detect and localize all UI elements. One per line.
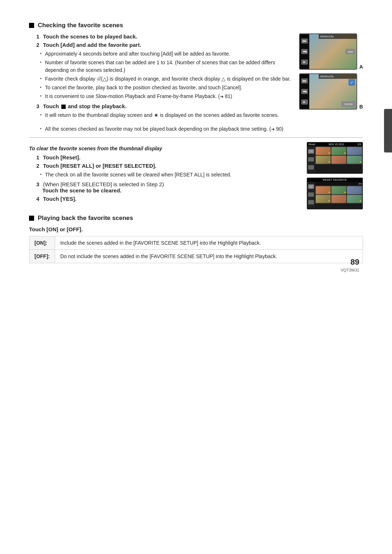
side-tab: [384, 109, 392, 152]
cam-btn-rw: ◀◀: [301, 49, 308, 54]
final-bullets: All the scenes checked as favorite may n…: [29, 125, 363, 133]
bullet-item: To cancel the favorite, play back to the…: [40, 84, 292, 91]
step3b-bold: Touch the scene to be cleared.: [42, 187, 122, 194]
thumb: [316, 195, 331, 203]
playing-subtext: Touch [ON] or [OFF].: [29, 226, 363, 232]
bullet-item: Number of favorite scenes that can be ad…: [40, 59, 292, 74]
bullet-square-icon-2: [29, 216, 34, 221]
bullet-square-icon: [29, 23, 34, 28]
playing-title: Playing back the favorite scenes: [38, 215, 133, 222]
step-2: 2 Touch [Add] and add the favorite part.: [29, 42, 292, 48]
camera-screen-a: ▶▶ ◀◀ ▶ 0h00m15s Add: [299, 33, 357, 70]
off-row: [OFF]: Do not include the scenes added i…: [29, 249, 363, 263]
return-btn-2: ↩: [308, 184, 314, 189]
label-a: A: [359, 64, 363, 70]
cam-btn-ff: ▶▶: [301, 38, 308, 44]
cam-btn-slow: ▶: [301, 60, 308, 65]
clear-step-2: 2 Touch [RESET ALL] or [RESET SELECTED].: [29, 163, 299, 169]
cam-btn-rw-b: ◀◀: [301, 89, 308, 94]
stop-icon: [61, 105, 66, 109]
thumb: [347, 147, 362, 155]
thumb: [316, 147, 331, 155]
cam-a-time: 0h00m15s: [320, 35, 334, 38]
thumb: [331, 195, 346, 203]
reset-screen1-pages: 2/3: [358, 143, 361, 146]
thumb: [347, 195, 362, 203]
playing-section: Playing back the favorite scenes Touch […: [29, 215, 363, 263]
clear-step-4: 4 Touch [YES].: [29, 196, 299, 202]
reset-screen-2: RESET FAVORITE ↩ 2/3: [307, 178, 363, 209]
off-key: [OFF]:: [29, 249, 55, 263]
reset-screen-1: Reset NOV 15 2012 2/3 ↩: [307, 142, 363, 174]
on-value: Include the scenes added in the [FAVORIT…: [55, 236, 363, 249]
bullet-item: Approximately 4 seconds before and after…: [40, 50, 292, 57]
bullet-item: It is convenient to use Slow-motion Play…: [40, 93, 292, 100]
italic-heading: To clear the favorite scenes from the th…: [29, 146, 299, 151]
off-value: Do not include the scenes added in the […: [55, 249, 363, 263]
reset-screens: Reset NOV 15 2012 2/3 ↩: [307, 142, 363, 209]
thumb: [331, 156, 346, 164]
thumb: [316, 186, 331, 194]
page-number: 89: [351, 257, 359, 267]
checking-title: Checking the favorite scenes: [38, 22, 123, 29]
clear-bullet: The check on all the favorite scenes wil…: [40, 171, 299, 178]
thumb: [347, 156, 362, 164]
nav-down: [308, 165, 314, 170]
final-bullet: All the scenes checked as favorite may n…: [40, 125, 363, 133]
thumb: [331, 147, 346, 155]
divider: [29, 137, 363, 138]
cam-add-button[interactable]: Add: [346, 49, 355, 54]
on-off-table: [ON]: Include the scenes added in the [F…: [29, 236, 363, 263]
cam-b-time: 0h00m15s: [320, 75, 334, 78]
clear-step2-text: Touch [RESET ALL] or [RESET SELECTED].: [43, 163, 157, 169]
step3-label: Touch: [43, 103, 61, 109]
on-row: [ON]: Include the scenes added in the [F…: [29, 236, 363, 249]
cam-cancel-button[interactable]: Cancel: [342, 101, 355, 107]
step3b-intro: (When [RESET SELECTED] is selected in St…: [43, 181, 164, 187]
clear-step-1: 1 Touch [Reset].: [29, 154, 299, 160]
nav-up-2: [308, 192, 314, 197]
checking-section-heading: Checking the favorite scenes: [29, 22, 363, 29]
bullet-item: It will return to the thumbnail display …: [40, 111, 292, 119]
model-number: VQT3W31: [341, 268, 359, 272]
camera-screen-b: ▶▶ ◀◀ ▶ 0h00m15s ✓ Cancel: [299, 73, 357, 110]
reset-screen1-date: NOV 15 2012: [329, 143, 344, 146]
nav-up: [308, 157, 314, 162]
playing-section-heading: Playing back the favorite scenes: [29, 215, 363, 222]
step-3: 3 Touch and stop the playback.: [29, 103, 292, 109]
step2-bullets: Approximately 4 seconds before and after…: [29, 50, 292, 100]
on-key: [ON]:: [29, 236, 55, 249]
reset-screen2-title: RESET FAVORITE: [307, 178, 363, 182]
thumb: [316, 156, 331, 164]
thumb: [331, 186, 346, 194]
nav-down-2: [308, 200, 314, 204]
thumb: [347, 186, 362, 194]
clear-bullets: The check on all the favorite scenes wil…: [29, 171, 299, 178]
step3-rest: and stop the playback.: [68, 103, 127, 109]
clear-step-3b: 3 (When [RESET SELECTED] is selected in …: [29, 181, 299, 194]
cam-btn-ff-b: ▶▶: [301, 78, 308, 83]
step2-text: Touch [Add] and add the favorite part.: [43, 42, 142, 48]
reset-screen2-pages: 2/3: [359, 183, 362, 185]
step3-bullets: It will return to the thumbnail display …: [29, 111, 292, 119]
cam-check-icon: ✓: [348, 79, 355, 86]
cam-btn-slow-b: ▶: [301, 99, 308, 105]
return-btn: ↩: [308, 149, 314, 154]
label-b: B: [359, 104, 363, 110]
reset-screen1-title: Reset: [309, 143, 315, 146]
clear-step1-text: Touch [Reset].: [43, 154, 81, 160]
bullet-item: Favorite check display √/(△) is displaye…: [40, 75, 292, 82]
step1-text: Touch the scenes to be played back.: [43, 33, 138, 40]
step-1: 1 Touch the scenes to be played back.: [29, 33, 292, 40]
step4-text: Touch [YES].: [43, 196, 77, 202]
